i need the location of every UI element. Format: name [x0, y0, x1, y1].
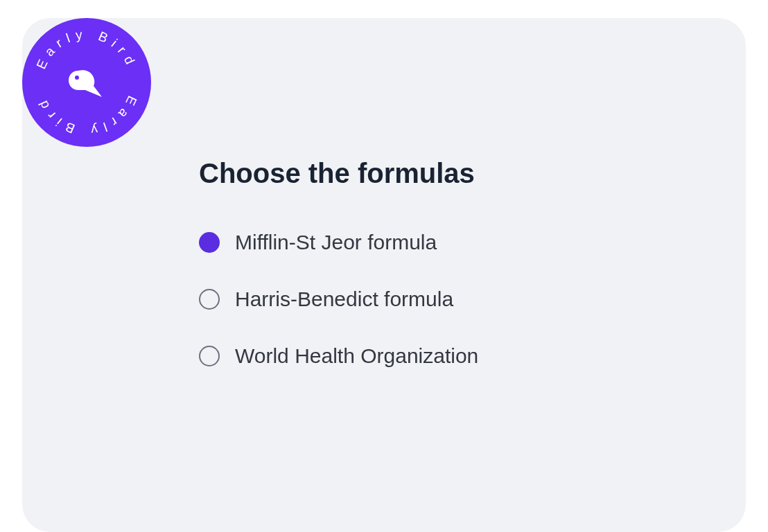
- radio-option-harris-benedict[interactable]: Harris-Benedict formula: [199, 287, 478, 311]
- radio-label: World Health Organization: [235, 344, 478, 368]
- radio-label: Harris-Benedict formula: [235, 287, 453, 311]
- radio-unselected-icon: [199, 346, 220, 366]
- formula-radio-group: Mifflin-St Jeor formula Harris-Benedict …: [199, 231, 478, 368]
- svg-point-2: [75, 76, 79, 80]
- radio-option-mifflin[interactable]: Mifflin-St Jeor formula: [199, 231, 478, 254]
- svg-text:Early Bird: Early Bird: [33, 94, 139, 139]
- formula-card: Early Bird Early Bird Choose the formula…: [22, 18, 746, 532]
- content-area: Choose the formulas Mifflin-St Jeor form…: [199, 158, 478, 368]
- radio-selected-icon: [199, 232, 220, 253]
- bird-icon: [66, 65, 107, 100]
- radio-label: Mifflin-St Jeor formula: [235, 231, 437, 254]
- radio-unselected-icon: [199, 289, 220, 310]
- heading: Choose the formulas: [199, 158, 478, 189]
- radio-option-who[interactable]: World Health Organization: [199, 344, 478, 368]
- early-bird-badge: Early Bird Early Bird: [22, 18, 151, 147]
